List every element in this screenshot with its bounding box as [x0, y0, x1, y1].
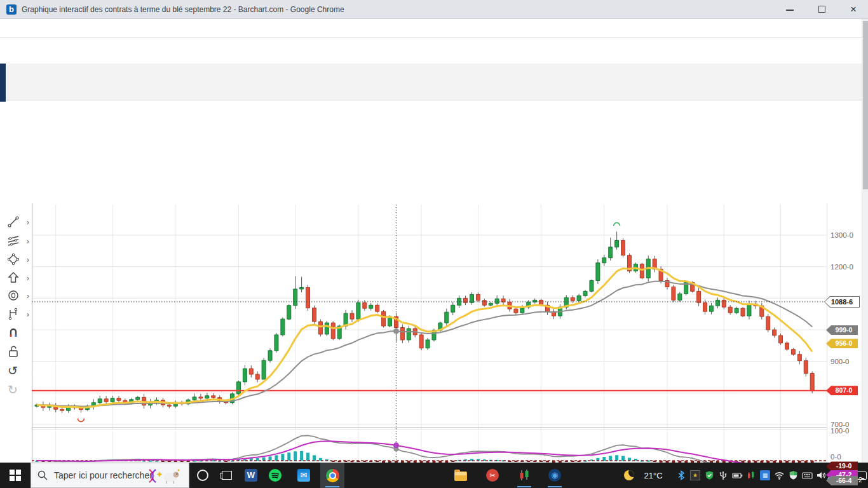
arrow-tool-icon: [6, 271, 20, 285]
file-explorer-icon[interactable]: [449, 463, 473, 488]
scrollbar-thumb[interactable]: [863, 21, 868, 189]
blue-app-icon[interactable]: ▦: [759, 463, 771, 488]
cortana-icon[interactable]: [191, 463, 215, 488]
quote-header: Blé (ZWU22) 807-0s-39-0 ( -4.61 % ) 05/0…: [0, 38, 868, 64]
shield-check-icon[interactable]: [703, 463, 715, 488]
parallel-lines-tool[interactable]: ›: [6, 234, 29, 249]
axis-label: 1300-0: [831, 231, 853, 239]
crosshair-price-badge: 1088-6: [824, 296, 860, 308]
price-badge-956-0: 956-0: [826, 339, 858, 348]
bluetooth-icon[interactable]: [675, 463, 688, 488]
price-badge-807-0: 807-0: [826, 386, 858, 395]
url-bar[interactable]: barchart.com/futures/quotes/ZWU22/intera…: [0, 19, 868, 38]
axis-label: 1200-0: [831, 263, 853, 271]
axis-label: 100-0: [831, 427, 849, 435]
chevron-right-icon: ›: [27, 217, 29, 227]
snip-glyph: ✂: [486, 469, 499, 482]
notification-icon: [857, 471, 867, 480]
chevron-right-icon: ›: [27, 291, 29, 301]
snip-app-icon[interactable]: ✂: [480, 463, 505, 488]
axis-label: 0-0: [831, 453, 841, 461]
cortana-ring: [197, 470, 208, 481]
chevron-right-icon: ›: [27, 273, 29, 283]
photos-star-glyph: ★: [690, 470, 700, 480]
windows-logo-icon: [10, 470, 21, 481]
ellipse-tool-icon: [6, 288, 20, 302]
search-icon: [37, 470, 48, 480]
price-badge--19-0: -19-0: [826, 461, 858, 471]
mail-icon[interactable]: ✉: [292, 463, 316, 488]
moon-glyph: [624, 470, 634, 480]
maximize-button[interactable]: [808, 0, 837, 19]
chrome-icon[interactable]: [320, 463, 344, 488]
maximize-icon: [818, 6, 825, 13]
mail-glyph: ✉: [297, 469, 310, 482]
chart-canvas[interactable]: [32, 203, 827, 488]
polygon-tool[interactable]: ›: [6, 252, 29, 268]
moon-icon[interactable]: [623, 463, 635, 488]
chevron-right-icon: ›: [27, 309, 29, 319]
blue-app-glyph: ▦: [760, 470, 770, 480]
search-highlight-icon: [147, 468, 180, 484]
battery-icon[interactable]: [731, 463, 743, 488]
open-indicator: [517, 486, 531, 487]
chrome-glyph: [326, 469, 339, 482]
taskbar-search-placeholder: Taper ici pour rechercher: [54, 470, 153, 480]
window-titlebar: b Graphique interactif des contrats à te…: [0, 0, 868, 19]
mini-candles-icon[interactable]: [745, 463, 757, 488]
ellipse-tool[interactable]: ›: [6, 288, 29, 304]
chart-region: ››››››↺↻ 1300-01200-0900-0700-0100-00-01…: [0, 102, 862, 452]
barchart-favicon: b: [6, 4, 17, 15]
measure-tool-icon: [6, 307, 20, 321]
arrow-tool[interactable]: ›: [6, 271, 29, 286]
trendline-tool-icon: [6, 215, 20, 229]
magnet-tool-icon: [6, 325, 20, 339]
axis-label: 900-0: [831, 358, 849, 365]
window-title: Graphique interactif des contrats à term…: [22, 5, 344, 14]
taskbar-search[interactable]: Taper ici pour rechercher: [31, 463, 189, 488]
drawing-tools-sidebar: ››››››↺↻: [0, 203, 32, 488]
unlock-tool[interactable]: [6, 344, 29, 360]
word-icon[interactable]: W: [239, 463, 263, 488]
chevron-right-icon: ›: [27, 255, 29, 264]
flame-app-icon[interactable]: ◉: [543, 463, 567, 488]
defender-icon[interactable]: [787, 463, 799, 488]
weather-temperature: 21°C: [644, 471, 662, 480]
minimize-button[interactable]: [776, 0, 805, 19]
start-button[interactable]: [0, 463, 31, 488]
close-button[interactable]: ×: [839, 0, 868, 19]
trendline-tool[interactable]: ›: [6, 215, 29, 230]
crosshair-price-text: 1088-6: [825, 297, 859, 307]
open-indicator: [325, 486, 339, 487]
task-view-icon[interactable]: [215, 463, 239, 488]
flame-glyph: ◉: [548, 469, 561, 482]
usb-icon[interactable]: [717, 463, 729, 488]
measure-tool[interactable]: ›: [6, 307, 29, 322]
minimize-icon: [786, 10, 794, 11]
touch-keyboard-icon[interactable]: [801, 463, 813, 488]
undo-button[interactable]: ↺: [6, 363, 29, 379]
open-indicator: [548, 486, 562, 487]
parallel-lines-tool-icon: [6, 234, 20, 248]
redo-button-icon: ↻: [8, 383, 18, 397]
trading-app-icon[interactable]: [512, 463, 536, 488]
price-badge-999-0: 999-0: [826, 325, 858, 335]
wifi-icon[interactable]: [773, 463, 785, 488]
speaker-icon[interactable]: [815, 463, 827, 488]
chart-toolbar: ▾ 1D5D1M3M6M9M1A2 ans3 ans5 ans10 ans20 …: [0, 64, 868, 100]
screen: b Graphique interactif des contrats à te…: [0, 0, 868, 488]
spotify-icon[interactable]: [263, 463, 287, 488]
undo-button-icon: ↺: [8, 363, 18, 378]
magnet-tool[interactable]: [6, 325, 29, 341]
spotify-glyph: [269, 469, 281, 482]
photos-icon[interactable]: ★: [689, 463, 702, 488]
chevron-right-icon: ›: [27, 236, 29, 246]
page-scrollbar[interactable]: [862, 19, 868, 463]
word-glyph: W: [245, 469, 257, 482]
polygon-tool-icon: [6, 252, 20, 266]
task-view-glyph: [222, 471, 232, 480]
weather-temp[interactable]: 21°C: [639, 463, 667, 488]
redo-button[interactable]: ↻: [6, 383, 29, 398]
folder-glyph: [454, 471, 467, 481]
candles-glyph: [518, 469, 531, 482]
